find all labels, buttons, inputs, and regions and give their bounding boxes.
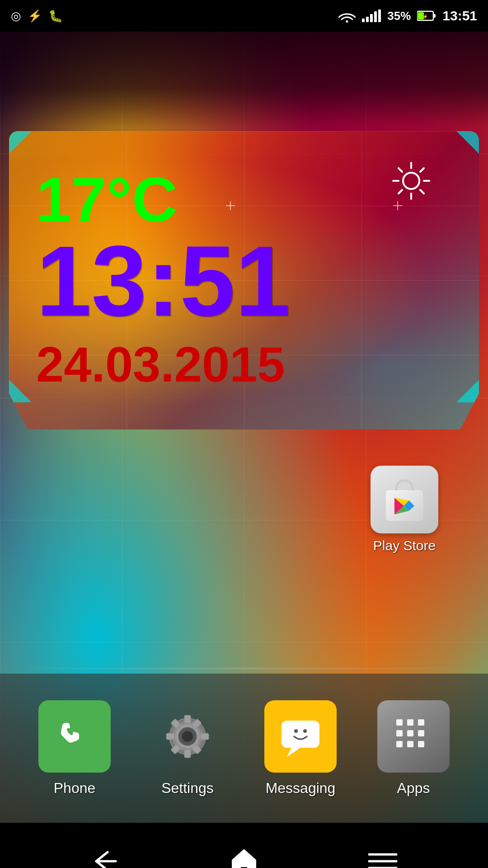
svg-rect-38 bbox=[418, 719, 424, 726]
status-left-icons: ◎ ⚡ 🐛 bbox=[11, 9, 63, 23]
dock-item-phone[interactable]: Phone bbox=[29, 700, 120, 797]
messaging-icon-container bbox=[264, 700, 337, 773]
nav-home-button[interactable] bbox=[221, 843, 267, 868]
debug-icon: 🐛 bbox=[48, 9, 63, 23]
messaging-icon bbox=[278, 714, 323, 759]
svg-marker-32 bbox=[287, 748, 300, 757]
playstore-label: Play Store bbox=[373, 538, 436, 553]
settings-icon-container bbox=[151, 700, 224, 773]
svg-text:⚡: ⚡ bbox=[422, 14, 428, 19]
svg-rect-42 bbox=[418, 730, 424, 736]
svg-rect-41 bbox=[407, 730, 413, 736]
playstore-icon-container bbox=[371, 466, 438, 533]
apps-icon-container bbox=[377, 700, 450, 773]
svg-rect-40 bbox=[396, 730, 403, 736]
viber-icon: ◎ bbox=[11, 9, 21, 23]
battery-icon: ⚡ bbox=[417, 10, 436, 21]
temperature-display: 17°C bbox=[36, 168, 452, 231]
dock-item-messaging[interactable]: Messaging bbox=[255, 700, 346, 797]
dock-item-settings[interactable]: Settings bbox=[142, 700, 233, 797]
phone-icon bbox=[54, 716, 95, 757]
settings-label: Settings bbox=[161, 780, 214, 797]
svg-point-35 bbox=[303, 729, 307, 733]
usb-icon: ⚡ bbox=[28, 9, 42, 23]
home-icon bbox=[228, 845, 260, 868]
wifi-icon bbox=[338, 9, 356, 23]
svg-point-30 bbox=[182, 731, 193, 742]
svg-rect-37 bbox=[407, 719, 413, 726]
wallpaper: 17°C 13:51 24.03.2015 bbox=[0, 32, 488, 868]
signal-bars bbox=[362, 9, 381, 22]
svg-rect-45 bbox=[418, 741, 424, 747]
corner-accent-bl bbox=[9, 380, 32, 402]
dock-divider bbox=[14, 668, 474, 669]
messaging-label: Messaging bbox=[266, 780, 336, 797]
playstore-icon bbox=[377, 472, 432, 527]
svg-rect-24 bbox=[201, 733, 209, 740]
svg-point-34 bbox=[294, 729, 298, 733]
svg-point-33 bbox=[291, 723, 310, 743]
phone-label: Phone bbox=[54, 780, 96, 797]
nav-back-button[interactable] bbox=[83, 843, 128, 868]
nav-menu-button[interactable] bbox=[360, 843, 405, 868]
apps-grid-icon bbox=[391, 714, 436, 759]
settings-icon bbox=[154, 703, 221, 770]
svg-marker-48 bbox=[232, 849, 256, 868]
dock: Phone bbox=[0, 674, 488, 823]
svg-rect-1 bbox=[433, 14, 436, 18]
phone-icon-container bbox=[38, 700, 111, 773]
corner-accent-tr bbox=[456, 131, 479, 154]
battery-percent: 35% bbox=[387, 9, 411, 23]
clock-weather-widget: 17°C 13:51 24.03.2015 bbox=[9, 131, 479, 429]
svg-rect-36 bbox=[396, 719, 403, 726]
back-icon bbox=[89, 848, 121, 868]
svg-rect-44 bbox=[407, 741, 413, 747]
app-playstore[interactable]: Play Store bbox=[357, 466, 452, 553]
svg-rect-22 bbox=[184, 750, 191, 758]
status-right-icons: 35% ⚡ 13:51 bbox=[338, 8, 477, 24]
menu-icon bbox=[367, 850, 399, 868]
status-bar: ◎ ⚡ 🐛 35% ⚡ 13:51 bbox=[0, 0, 488, 32]
clock-date-display: 24.03.2015 bbox=[36, 335, 452, 393]
status-time: 13:51 bbox=[442, 8, 477, 24]
corner-accent-br bbox=[456, 380, 479, 402]
svg-rect-21 bbox=[184, 715, 191, 723]
top-dark-strip bbox=[0, 32, 488, 127]
corner-accent-tl bbox=[9, 131, 32, 154]
navigation-bar bbox=[0, 823, 488, 868]
svg-rect-23 bbox=[166, 733, 174, 740]
clock-time-display: 13:51 bbox=[36, 231, 452, 331]
dock-item-apps[interactable]: Apps bbox=[368, 700, 459, 797]
svg-rect-43 bbox=[396, 741, 403, 747]
apps-label: Apps bbox=[397, 780, 430, 797]
